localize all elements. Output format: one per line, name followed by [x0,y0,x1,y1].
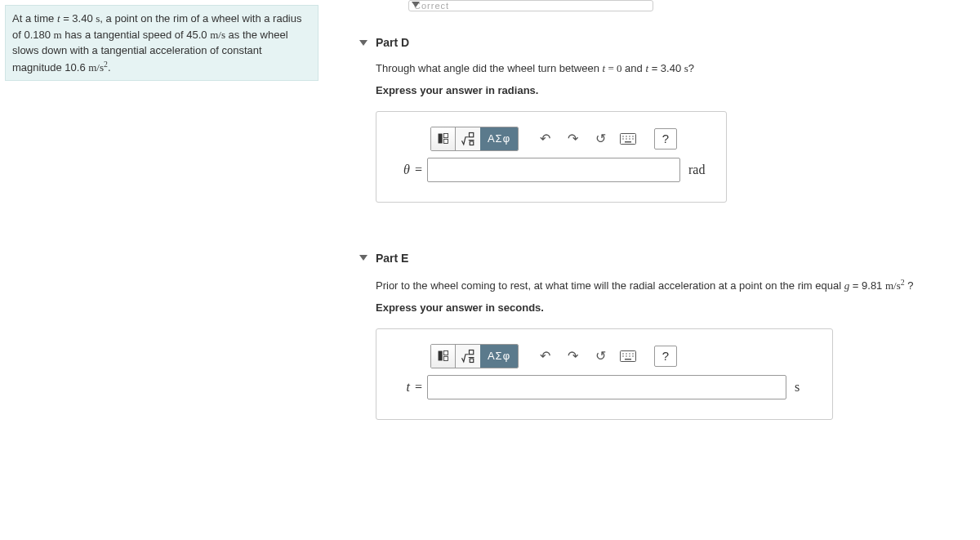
svg-point-9 [629,136,630,137]
svg-point-10 [632,136,634,137]
problem-statement: At a time t = 3.40 s, a point on the rim… [5,5,318,81]
previous-part-status: Correct [408,0,653,11]
svg-point-27 [622,355,624,357]
svg-rect-31 [625,359,631,360]
part-e-answer-input[interactable] [427,375,786,399]
svg-point-12 [626,138,627,140]
svg-point-24 [626,353,627,355]
part-d-instruction: Express your answer in radians. [376,84,972,96]
svg-point-11 [622,138,624,140]
collapse-toggle-part-d[interactable] [359,40,368,46]
reset-icon[interactable]: ↺ [589,345,612,368]
svg-rect-18 [443,357,448,361]
part-d-title: Part D [376,36,409,49]
svg-point-26 [632,353,634,355]
greek-symbols-button[interactable]: ΑΣφ [480,345,518,368]
svg-point-29 [629,355,630,357]
collapse-toggle-prev[interactable] [412,2,420,7]
svg-point-23 [622,353,624,355]
help-button[interactable]: ? [654,346,677,367]
svg-point-30 [632,355,634,357]
svg-rect-3 [470,132,474,136]
fraction-root-button[interactable] [456,127,480,150]
part-e-question: Prior to the wheel coming to rest, at wh… [376,276,972,295]
svg-point-13 [629,138,630,140]
part-e-variable: t = [390,380,422,395]
svg-point-14 [632,138,634,140]
svg-rect-21 [470,359,474,363]
svg-rect-16 [439,351,443,361]
svg-rect-5 [470,141,474,145]
greek-symbols-button[interactable]: ΑΣφ [480,127,518,150]
part-d-answer-input[interactable] [427,158,680,182]
svg-point-8 [626,136,627,137]
part-d-question: Through what angle did the wheel turn be… [376,60,972,78]
undo-icon[interactable]: ↶ [533,345,556,368]
part-d-answer-area: ΑΣφ ↶ ↷ ↺ ? θ = rad [376,111,727,203]
keyboard-icon[interactable] [617,345,639,368]
reset-icon[interactable]: ↺ [589,127,612,150]
collapse-toggle-part-e[interactable] [359,255,368,261]
keyboard-icon[interactable] [617,127,639,150]
part-e-instruction: Express your answer in seconds. [376,301,972,314]
part-e-title: Part E [376,252,408,265]
svg-rect-1 [443,134,448,138]
undo-icon[interactable]: ↶ [533,127,556,150]
svg-rect-15 [625,141,631,143]
templates-button[interactable] [431,127,456,150]
svg-rect-2 [443,140,448,144]
fraction-root-button[interactable] [456,345,480,368]
templates-button[interactable] [431,345,456,368]
help-button[interactable]: ? [654,128,677,150]
svg-point-7 [622,136,624,137]
svg-point-28 [626,355,627,357]
redo-icon[interactable]: ↷ [561,345,584,368]
svg-rect-19 [470,350,474,354]
part-e-answer-area: ΑΣφ ↶ ↷ ↺ ? t = s [376,328,833,420]
svg-rect-17 [443,351,448,355]
part-d-unit: rad [685,163,713,177]
redo-icon[interactable]: ↷ [561,127,584,150]
part-e-unit: s [791,380,819,395]
part-d-variable: θ = [390,163,422,177]
svg-point-25 [629,353,630,355]
svg-rect-0 [439,134,443,144]
